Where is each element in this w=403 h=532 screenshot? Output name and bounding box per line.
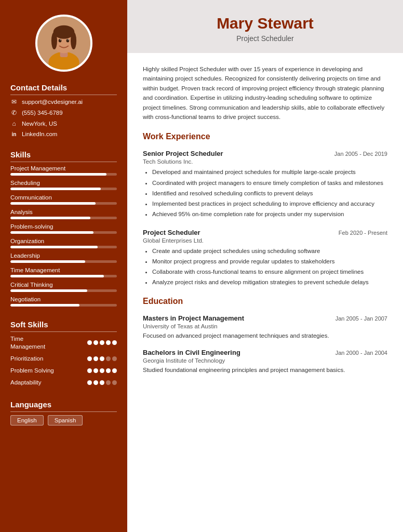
experience-bullet: Create and update project schedules usin… xyxy=(152,247,387,256)
sidebar: Contact Details ✉ support@cvdesigner.ai … xyxy=(0,0,127,532)
soft-skill-name: Prioritization xyxy=(10,355,87,363)
contact-location: ⌂ NewYork, US xyxy=(10,120,117,127)
location-icon: ⌂ xyxy=(10,120,18,127)
skill-name: Time Management xyxy=(10,267,117,273)
skill-bar-fill xyxy=(10,173,106,176)
skill-item: Negotiation xyxy=(10,296,117,307)
dot xyxy=(112,368,117,373)
skill-bar-fill xyxy=(10,202,96,205)
main-header: Mary Stewart Project Scheduler xyxy=(127,0,403,53)
soft-skill-item: TimeManagement xyxy=(10,335,117,351)
job-title: Project Scheduler xyxy=(143,229,200,236)
skill-item: Communication xyxy=(10,194,117,205)
skill-item: Problem-solving xyxy=(10,223,117,234)
skill-item: Organization xyxy=(10,238,117,248)
candidate-title: Project Scheduler xyxy=(143,34,387,43)
skill-name: Organization xyxy=(10,238,117,244)
candidate-name: Mary Stewart xyxy=(143,15,387,32)
dot xyxy=(112,340,117,345)
language-tags: EnglishSpanish xyxy=(10,415,117,425)
experience-bullet: Collaborate with cross-functional teams … xyxy=(152,268,387,276)
main-body: Highly skilled Project Scheduler with ov… xyxy=(127,53,403,532)
soft-skill-name: Adaptability xyxy=(10,379,87,387)
school-name: University of Texas at Austin xyxy=(143,323,387,329)
job-dates: Feb 2020 - Present xyxy=(339,230,387,236)
skill-bar-bg xyxy=(10,231,117,234)
education-dates: Jan 2005 - Jan 2007 xyxy=(335,315,387,322)
skill-item: Scheduling xyxy=(10,180,117,190)
dot xyxy=(106,368,111,373)
svg-point-7 xyxy=(58,39,61,42)
soft-skills-title: Soft Skills xyxy=(10,320,117,332)
main-content: Mary Stewart Project Scheduler Highly sk… xyxy=(127,0,403,532)
school-name: Georgia Institute of Technology xyxy=(143,357,387,364)
svg-point-10 xyxy=(68,39,69,41)
skill-bar-fill xyxy=(10,231,93,234)
experience-bullet: Coordinated with project managers to ens… xyxy=(152,179,387,188)
dot xyxy=(100,368,104,373)
skill-bar-fill xyxy=(10,188,101,190)
education-entry: Masters in Project Management Jan 2005 -… xyxy=(143,314,387,340)
skill-item: Time Management xyxy=(10,267,117,277)
soft-skill-item: Prioritization xyxy=(10,355,117,363)
education-dates: Jan 2000 - Jan 2004 xyxy=(335,350,387,356)
company-name: Tech Solutions Inc. xyxy=(143,158,387,165)
soft-skill-dots xyxy=(87,368,117,373)
soft-skill-dots xyxy=(87,380,117,385)
dot xyxy=(106,380,111,385)
education-entry: Bachelors in Civil Engineering Jan 2000 … xyxy=(143,349,387,375)
skill-bar-bg xyxy=(10,173,117,176)
education-title: Education xyxy=(143,297,387,308)
experience-bullet: Achieved 95% on-time completion rate for… xyxy=(152,210,387,219)
education-description: Focused on advanced project management t… xyxy=(143,331,387,340)
summary-text: Highly skilled Project Scheduler with ov… xyxy=(143,64,387,122)
skill-bar-bg xyxy=(10,202,117,205)
job-dates: Jan 2005 - Dec 2019 xyxy=(334,151,387,157)
experience-header: Project Scheduler Feb 2020 - Present xyxy=(143,229,387,236)
skill-bar-fill xyxy=(10,217,90,219)
skill-bar-fill xyxy=(10,275,104,277)
svg-point-5 xyxy=(51,32,57,49)
education-description: Studied foundational engineering princip… xyxy=(143,366,387,375)
skills-title: Skills xyxy=(10,150,117,162)
dot xyxy=(106,340,111,345)
degree-title: Bachelors in Civil Engineering xyxy=(143,349,240,356)
phone-icon: ✆ xyxy=(10,109,18,116)
soft-skill-item: Adaptability xyxy=(10,379,117,387)
company-name: Global Enterprises Ltd. xyxy=(143,237,387,244)
dot xyxy=(112,380,117,385)
work-experience-title: Work Experience xyxy=(143,132,387,143)
svg-point-6 xyxy=(70,32,76,49)
dot xyxy=(112,356,117,361)
svg-point-9 xyxy=(60,39,61,41)
contact-title: Contact Details xyxy=(10,83,117,95)
experience-bullet: Monitor project progress and provide reg… xyxy=(152,257,387,266)
dot xyxy=(100,340,104,345)
skill-name: Project Management xyxy=(10,165,117,171)
skill-name: Problem-solving xyxy=(10,223,117,230)
soft-skills-section: Soft Skills TimeManagement Prioritizatio… xyxy=(0,320,127,391)
soft-skill-name: Problem Solving xyxy=(10,367,87,375)
dot xyxy=(100,356,104,361)
education-header: Masters in Project Management Jan 2005 -… xyxy=(143,314,387,322)
skill-bar-bg xyxy=(10,289,117,292)
dot xyxy=(100,380,104,385)
languages-section: Languages EnglishSpanish xyxy=(0,400,127,425)
skill-bar-fill xyxy=(10,246,98,248)
experience-bullet: Implemented best practices in project sc… xyxy=(152,200,387,208)
soft-skill-dots xyxy=(87,340,117,345)
dot xyxy=(87,380,92,385)
job-title: Senior Project Scheduler xyxy=(143,150,223,157)
contact-email: ✉ support@cvdesigner.ai xyxy=(10,98,117,105)
skill-name: Communication xyxy=(10,194,117,201)
svg-point-8 xyxy=(66,39,69,42)
skill-item: Critical Thinking xyxy=(10,282,117,292)
skill-name: Critical Thinking xyxy=(10,282,117,288)
dot xyxy=(106,356,111,361)
skill-bar-fill xyxy=(10,304,79,307)
experience-bullet: Identified and resolved scheduling confl… xyxy=(152,189,387,198)
skill-item: Project Management xyxy=(10,165,117,176)
experience-bullet: Developed and maintained project schedul… xyxy=(152,168,387,177)
skill-name: Scheduling xyxy=(10,180,117,186)
skills-section: Skills Project Management Scheduling Com… xyxy=(0,150,127,311)
